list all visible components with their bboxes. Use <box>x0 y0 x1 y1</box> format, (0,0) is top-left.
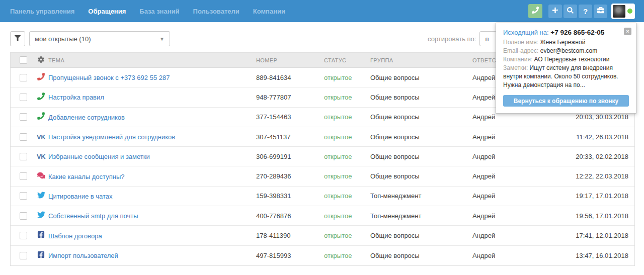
table-row[interactable]: VK Настройка уведомлений для сотрудников… <box>11 127 634 147</box>
ticket-status: открытое <box>324 212 370 220</box>
ticket-number: 497-815993 <box>256 252 324 259</box>
search-button[interactable] <box>564 5 577 18</box>
table-row[interactable]: VK Избранные сообщения и заметки 306-699… <box>11 147 634 166</box>
ticket-topic-link[interactable]: Избранные сообщения и заметки <box>48 153 150 160</box>
avatar <box>613 5 625 18</box>
phone-icon <box>37 93 45 102</box>
add-button[interactable] <box>548 5 562 18</box>
ticket-assignee: Андрей <box>472 133 553 141</box>
twitter-icon <box>37 211 45 221</box>
row-checkbox[interactable] <box>20 113 27 121</box>
ticket-number: 159-398331 <box>256 192 324 200</box>
app-window: Панель управления Обращения База знаний … <box>0 0 644 275</box>
ticket-number: 178-411390 <box>256 232 324 239</box>
ticket-date: 19:17, 17.01.2018 <box>553 192 634 200</box>
call-button[interactable] <box>528 4 542 18</box>
ticket-date: 13:47, 16.01.2018 <box>553 252 634 259</box>
ticket-status: открытое <box>324 192 370 200</box>
facebook-icon <box>37 251 45 260</box>
plus-icon <box>552 7 558 16</box>
navbar-actions: ? <box>528 4 635 19</box>
ticket-group: Общие вопросы <box>370 172 472 180</box>
header-status[interactable]: СТАТУС <box>324 57 370 63</box>
main-menu: Панель управления Обращения База знаний … <box>10 8 285 15</box>
ticket-topic-link[interactable]: Добавление сотрудников <box>48 114 125 121</box>
row-checkbox[interactable] <box>20 74 27 81</box>
nav-tickets[interactable]: Обращения <box>88 8 126 15</box>
call-direction-label: Исходящий на: <box>503 29 549 36</box>
ticket-topic-link[interactable]: Собственный smtp для почты <box>48 212 138 220</box>
vk-icon: VK <box>37 132 45 141</box>
ticket-number: 948-777807 <box>256 94 324 101</box>
ticket-topic-link[interactable]: Настройка уведомлений для сотрудников <box>48 133 175 141</box>
phone-icon <box>37 112 45 122</box>
nav-companies[interactable]: Компании <box>253 8 285 15</box>
sort-label: сортировать по: <box>428 35 476 43</box>
top-navbar: Панель управления Обращения База знаний … <box>0 0 644 22</box>
row-checkbox[interactable] <box>20 94 27 101</box>
user-menu[interactable] <box>611 4 635 19</box>
row-checkbox[interactable] <box>20 252 27 259</box>
ticket-date: 11:42, 26.03.2018 <box>553 133 634 141</box>
ticket-group: Топ-менеджмент <box>370 192 472 200</box>
gear-icon[interactable] <box>38 56 44 64</box>
ticket-topic-link[interactable]: Цитирование в чатах <box>48 193 113 200</box>
nav-dashboard[interactable]: Панель управления <box>10 8 74 15</box>
sort-value: п <box>485 35 489 43</box>
ticket-assignee: Андрей <box>472 153 553 160</box>
return-to-ticket-button[interactable]: Вернуться к обращению по звонку <box>503 95 629 107</box>
chat-icon <box>37 171 45 181</box>
ticket-topic-link[interactable]: Пропущенный звонок с +373 692 55 287 <box>48 74 170 81</box>
row-checkbox[interactable] <box>20 192 27 200</box>
chevron-down-icon: ▼ <box>159 36 165 42</box>
table-row[interactable]: Собственный smtp для почты 400-776876 от… <box>11 206 634 226</box>
ticket-topic-link[interactable]: Импорт пользователей <box>48 252 118 259</box>
filter-button[interactable] <box>10 31 25 46</box>
row-checkbox[interactable] <box>20 212 27 220</box>
funnel-icon <box>15 34 21 43</box>
ticket-date: 17:41, 12.01.2018 <box>553 232 634 239</box>
table-row[interactable]: Цитирование в чатах 159-398331 открытое … <box>11 187 634 206</box>
phone-missed-icon <box>37 73 45 82</box>
close-icon[interactable]: × <box>624 28 631 35</box>
ticket-topic-link[interactable]: Настройка правил <box>48 94 104 101</box>
caller-full-name: Полное имя: Женя Бережной <box>503 38 629 47</box>
ticket-number: 400-776876 <box>256 212 324 220</box>
nav-knowledge-base[interactable]: База знаний <box>139 8 179 15</box>
ticket-date: 20:33, 02.02.2018 <box>553 153 634 160</box>
row-checkbox[interactable] <box>20 153 27 160</box>
caller-company: Компания: АО Передовые технологии <box>503 55 629 64</box>
table-row[interactable]: Какие каналы доступны? 270-289436 открыт… <box>11 166 634 186</box>
ticket-assignee: Андрей <box>472 212 553 220</box>
row-checkbox[interactable] <box>20 172 27 180</box>
ticket-status: открытое <box>324 74 370 81</box>
select-all-checkbox[interactable] <box>20 56 27 64</box>
ticket-filter-dropdown[interactable]: мои открытые (10) ▼ <box>29 31 170 46</box>
facebook-icon <box>37 231 45 240</box>
table-row[interactable]: Шаблон договора 178-411390 открытое Общи… <box>11 226 634 245</box>
ticket-topic-link[interactable]: Какие каналы доступны? <box>48 173 124 180</box>
ticket-group: Общие вопросы <box>370 74 472 81</box>
table-row[interactable]: Импорт пользователей 497-815993 открытое… <box>11 246 634 265</box>
ticket-topic-link[interactable]: Шаблон договора <box>48 232 102 240</box>
ticket-group: Общие вопросы <box>370 153 472 160</box>
briefcase-button[interactable] <box>594 5 607 18</box>
ticket-assignee: Андрей <box>472 192 553 200</box>
ticket-number: 307-451137 <box>256 133 324 141</box>
row-checkbox[interactable] <box>20 232 27 239</box>
ticket-group: Общие вопросы <box>370 133 472 141</box>
ticket-group: Общие вопросы <box>370 113 472 121</box>
header-group[interactable]: ГРУППА <box>370 57 472 63</box>
ticket-assignee: Андрей <box>472 252 553 259</box>
ticket-group: Общие вопросы <box>370 232 472 239</box>
ticket-date: 19:56, 17.01.2018 <box>553 212 634 220</box>
help-button[interactable]: ? <box>579 5 592 18</box>
ticket-status: открытое <box>324 133 370 141</box>
nav-users[interactable]: Пользователи <box>193 8 239 15</box>
header-topic[interactable]: ТЕМА <box>48 57 256 63</box>
ticket-filter-value: мои открытые (10) <box>35 35 91 43</box>
row-checkbox[interactable] <box>20 133 27 141</box>
ticket-status: открытое <box>324 252 370 259</box>
header-number[interactable]: НОМЕР <box>256 57 324 63</box>
briefcase-icon <box>597 7 604 16</box>
